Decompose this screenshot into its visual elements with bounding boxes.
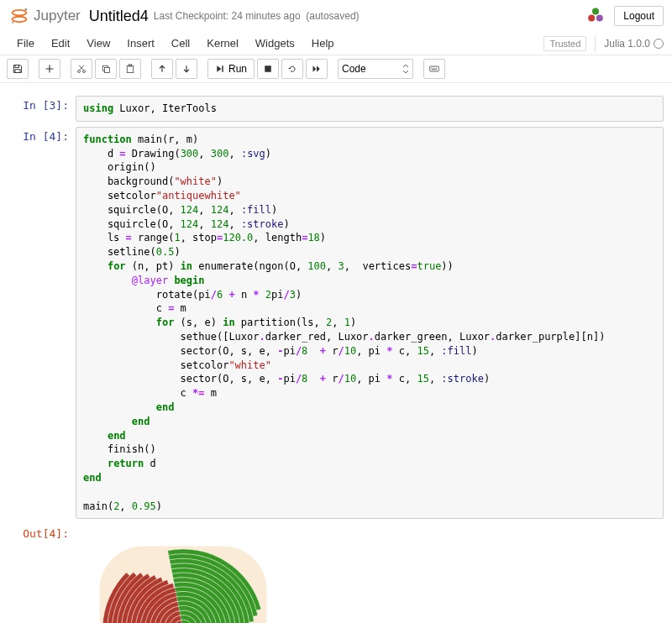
menu-edit[interactable]: Edit [43, 34, 78, 53]
output-prompt: Out[4]: [8, 524, 76, 623]
svg-point-7 [78, 71, 81, 73]
plus-icon [45, 64, 55, 74]
jupyter-logo[interactable]: Jupyter [8, 5, 81, 27]
svg-point-1 [13, 10, 27, 16]
add-cell-button[interactable] [39, 59, 60, 79]
svg-rect-11 [127, 65, 134, 72]
svg-rect-14 [265, 65, 271, 72]
kernel-status-icon [654, 39, 664, 49]
input-prompt: In [3]: [8, 96, 76, 122]
run-button[interactable]: Run [207, 59, 255, 79]
code-input[interactable]: function main(r, m) d = Drawing(300, 300… [76, 127, 664, 520]
svg-point-8 [83, 71, 86, 73]
fast-forward-button[interactable] [306, 59, 328, 79]
kernel-name[interactable]: Julia 1.0.0 [604, 38, 664, 50]
svg-rect-13 [222, 65, 223, 72]
menu-file[interactable]: File [8, 34, 43, 53]
menu-cell[interactable]: Cell [163, 34, 198, 53]
restart-icon [287, 64, 297, 74]
arrow-up-icon [157, 64, 167, 74]
notebook-container: In [3]: using Luxor, IterTools In [4]: f… [0, 83, 672, 623]
cut-button[interactable] [71, 59, 92, 79]
keyboard-icon [429, 64, 439, 74]
dropdown-arrows-icon [402, 64, 409, 74]
checkpoint-text: Last Checkpoint: 24 minutes ago (autosav… [154, 10, 360, 22]
jupyter-icon [8, 5, 30, 27]
header: Jupyter Untitled4 Last Checkpoint: 24 mi… [0, 0, 672, 32]
cut-icon [76, 64, 87, 74]
svg-point-4 [592, 8, 599, 14]
fast-forward-icon [312, 64, 322, 74]
move-down-button[interactable] [176, 59, 197, 79]
svg-rect-15 [430, 66, 439, 71]
toolbar: Run Code [0, 55, 672, 83]
copy-icon [101, 64, 111, 74]
play-step-icon [215, 64, 225, 74]
menubar: File Edit View Insert Cell Kernel Widget… [0, 32, 672, 55]
menu-kernel[interactable]: Kernel [198, 34, 247, 53]
copy-button[interactable] [95, 59, 117, 79]
code-cell[interactable]: In [4]: function main(r, m) d = Drawing(… [8, 127, 664, 520]
output-area [76, 524, 664, 623]
svg-rect-10 [105, 68, 110, 73]
menu-help[interactable]: Help [303, 34, 343, 53]
cell-type-select[interactable]: Code [338, 59, 413, 79]
menu-widgets[interactable]: Widgets [247, 34, 303, 53]
menu-view[interactable]: View [78, 34, 118, 53]
code-cell[interactable]: In [3]: using Luxor, IterTools [8, 96, 664, 122]
jupyter-text: Jupyter [34, 8, 81, 24]
save-icon [13, 64, 23, 74]
input-prompt: In [4]: [8, 127, 76, 520]
move-up-button[interactable] [151, 59, 173, 79]
svg-point-2 [25, 8, 28, 11]
svg-point-6 [596, 14, 603, 21]
stop-icon [263, 64, 273, 74]
code-input[interactable]: using Luxor, IterTools [76, 96, 664, 122]
svg-output-image [82, 529, 284, 623]
paste-icon [125, 64, 135, 74]
julia-logo-icon [585, 6, 606, 26]
paste-button[interactable] [119, 59, 141, 79]
svg-point-0 [13, 17, 27, 23]
notebook-title[interactable]: Untitled4 [89, 8, 149, 25]
command-palette-button[interactable] [423, 59, 445, 79]
save-button[interactable] [7, 59, 29, 79]
menu-insert[interactable]: Insert [118, 34, 163, 53]
arrow-down-icon [181, 64, 192, 74]
svg-point-3 [12, 22, 13, 24]
restart-button[interactable] [281, 59, 303, 79]
logout-button[interactable]: Logout [614, 6, 664, 26]
stop-button[interactable] [257, 59, 279, 79]
output-cell: Out[4]: [8, 524, 664, 623]
svg-point-5 [588, 14, 595, 21]
trusted-badge[interactable]: Trusted [543, 36, 586, 51]
